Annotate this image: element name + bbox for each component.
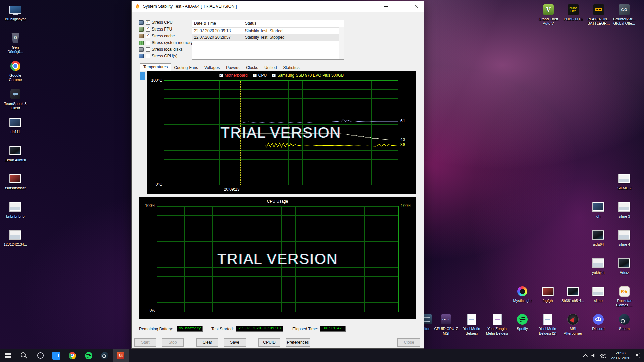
log-scrollbar[interactable]: [339, 27, 344, 59]
titlebar[interactable]: System Stability Test - AIDA64 [ TRIAL V…: [132, 1, 424, 12]
taskbar-app-steam[interactable]: [97, 349, 113, 362]
image-file-icon: [9, 116, 22, 129]
test-log-table[interactable]: Date & Time Status 22.07.2020 20:09:13 S…: [192, 20, 344, 60]
desktop-icon-adsiz[interactable]: Adsız: [611, 257, 637, 275]
desktop-icon-ekran-alintisi[interactable]: Ekran Alıntısı: [3, 144, 28, 162]
clear-button[interactable]: Clear: [196, 338, 218, 347]
stress-fpu-checkbox[interactable]: [146, 27, 150, 32]
tab-powers[interactable]: Powers: [223, 64, 243, 71]
graph-scrollbar[interactable]: [140, 71, 146, 194]
desktop-icon-this-pc[interactable]: Bu bilgisayar: [3, 3, 28, 21]
desktop-icon-rockstar[interactable]: Rockstar Games ...: [611, 285, 637, 307]
desktop-icon-fsdfsdfsfdssf[interactable]: fsdfsdfsfdssf: [3, 172, 28, 190]
cpu-usage-title: CPU Usage: [139, 199, 416, 204]
desktop-icon-yeni-metin-2[interactable]: Yeni Metin Belgesi (2): [535, 313, 560, 336]
preferences-button[interactable]: Preferences: [286, 338, 310, 347]
start-button[interactable]: Start: [134, 338, 156, 347]
stress-cpu-row[interactable]: Stress CPU: [139, 19, 193, 26]
cortana-button[interactable]: [32, 349, 48, 362]
icon-label: Discord: [586, 327, 611, 331]
desktop[interactable]: Bu bilgisayar Geri Dönüşü... Google Chro…: [0, 0, 644, 362]
desktop-icon-silme[interactable]: silme: [586, 285, 611, 303]
desktop-icon-dh[interactable]: dh: [586, 200, 611, 219]
desktop-icon-mysticlight[interactable]: MysticLight: [509, 285, 535, 303]
desktop-icon-pubg-lite[interactable]: PUBG LITE: [560, 3, 586, 21]
stress-disks-checkbox[interactable]: [146, 47, 150, 52]
desktop-icon-cpuz[interactable]: CPUID CPU-Z MSI: [433, 313, 459, 336]
taskbar-clock[interactable]: 20:28 22.07.2020: [611, 351, 630, 360]
show-hidden-icons-button[interactable]: [583, 354, 588, 358]
desktop-icon-chrome[interactable]: Google Chrome: [3, 60, 28, 82]
tab-unified[interactable]: Unified: [261, 64, 280, 71]
desktop-icon-fhgfgh[interactable]: fhgfgh: [535, 285, 560, 303]
desktop-icon-yeni-metin[interactable]: Yeni Metin Belgesi: [459, 313, 484, 336]
desktop-icon-yeni-zengin-metin[interactable]: Yeni Zengin Metin Belgesi: [484, 313, 510, 336]
log-row-1[interactable]: 22.07.2020 20:28:57 Stability Test: Stop…: [192, 34, 344, 41]
taskbar-app-aida64[interactable]: [113, 349, 129, 362]
desktop-icon-bnbnbnbnb[interactable]: bnbnbnbnb: [3, 200, 28, 219]
stress-disks-row[interactable]: Stress local disks: [139, 46, 193, 53]
icon-label: CPUID CPU-Z MSI: [433, 327, 459, 336]
desktop-icon-gta5[interactable]: Grand Theft Auto V: [536, 3, 561, 26]
tab-clocks[interactable]: Clocks: [243, 64, 261, 71]
msi-afterburner-icon: [567, 313, 579, 326]
trial-watermark: TRIAL VERSION: [221, 124, 341, 141]
desktop-icon-silme-2[interactable]: SİLME 2: [611, 172, 637, 190]
stress-memory-checkbox[interactable]: [146, 41, 150, 45]
column-header-status[interactable]: Status: [243, 20, 339, 27]
stop-button[interactable]: Stop: [162, 338, 184, 347]
close-button[interactable]: Close: [397, 338, 420, 347]
icon-label: Google Chrome: [3, 73, 28, 82]
desktop-icon-discord[interactable]: Discord: [586, 313, 611, 331]
desktop-icon-silme-4[interactable]: silme 4: [611, 229, 637, 247]
maximize-button[interactable]: [393, 1, 409, 12]
stress-memory-row[interactable]: Stress system memory: [139, 39, 193, 46]
richtext-file-icon: [491, 313, 503, 326]
notifications-button[interactable]: [635, 353, 640, 358]
value-label-motherboard: 43: [400, 137, 405, 142]
trial-watermark: TRIAL VERSION: [217, 251, 338, 267]
stress-gpu-row[interactable]: Stress GPU(s): [139, 53, 193, 59]
desktop-icon-dh111[interactable]: dh111: [3, 116, 28, 134]
desktop-icon-teamspeak[interactable]: TeamSpeak 3 Client: [3, 88, 28, 110]
volume-icon[interactable]: [591, 353, 596, 358]
graph-scrollbar-thumb[interactable]: [140, 72, 145, 80]
desktop-icon-recycle-bin[interactable]: Geri Dönüşü...: [3, 32, 28, 54]
taskbar-app-mail[interactable]: [48, 349, 64, 362]
desktop-icon-8b381cb5[interactable]: 8b381cb5-4...: [560, 285, 586, 303]
stress-fpu-row[interactable]: Stress FPU: [139, 26, 193, 33]
desktop-icon-yukhjkh[interactable]: yukhjkh: [586, 257, 611, 275]
network-icon[interactable]: [600, 354, 606, 358]
start-menu-button[interactable]: [0, 349, 16, 362]
stress-cache-checkbox[interactable]: [146, 34, 150, 38]
column-header-spacer: [339, 20, 344, 27]
minimize-button[interactable]: [378, 1, 393, 12]
tab-temperatures[interactable]: Temperatures: [140, 63, 171, 71]
log-row-0[interactable]: 22.07.2020 20:09:13 Stability Test: Star…: [192, 28, 344, 34]
desktop-icon-csgo[interactable]: Counter-Str... Global Offe...: [611, 3, 637, 26]
titlebar-close-button[interactable]: [409, 1, 424, 12]
tab-statistics[interactable]: Statistics: [280, 64, 303, 71]
desktop-icon-steam[interactable]: Steam: [611, 313, 637, 331]
desktop-icon-pubg[interactable]: PLAYERUN... BATTLEGR...: [586, 3, 611, 26]
taskbar-app-chrome[interactable]: [64, 349, 80, 362]
stress-gpu-checkbox[interactable]: [146, 54, 150, 58]
desktop-icon-aida64-file[interactable]: aida64: [586, 229, 611, 247]
icon-label: 8b381cb5-4...: [560, 299, 586, 303]
cpuid-button[interactable]: CPUID: [258, 338, 280, 347]
legend-checkbox-motherboard[interactable]: [219, 74, 223, 77]
save-button[interactable]: Save: [224, 338, 246, 347]
desktop-icon-spotify[interactable]: Spotify: [509, 313, 535, 331]
desktop-icon-silme-3[interactable]: silme 3: [611, 200, 637, 219]
stress-cache-row[interactable]: Stress cache: [139, 33, 193, 39]
desktop-icon-1231242134[interactable]: 1231242134...: [3, 229, 28, 247]
tab-cooling-fans[interactable]: Cooling Fans: [171, 64, 201, 71]
desktop-icon-msi-afterburner[interactable]: MSI Afterburner: [560, 313, 586, 336]
legend-checkbox-ssd[interactable]: [272, 74, 276, 77]
taskbar-search-button[interactable]: [16, 349, 32, 362]
taskbar-app-spotify[interactable]: [80, 349, 97, 362]
tab-voltages[interactable]: Voltages: [201, 64, 223, 71]
stress-cpu-checkbox[interactable]: [146, 20, 150, 25]
column-header-datetime[interactable]: Date & Time: [192, 20, 243, 27]
legend-checkbox-cpu[interactable]: [253, 74, 257, 77]
